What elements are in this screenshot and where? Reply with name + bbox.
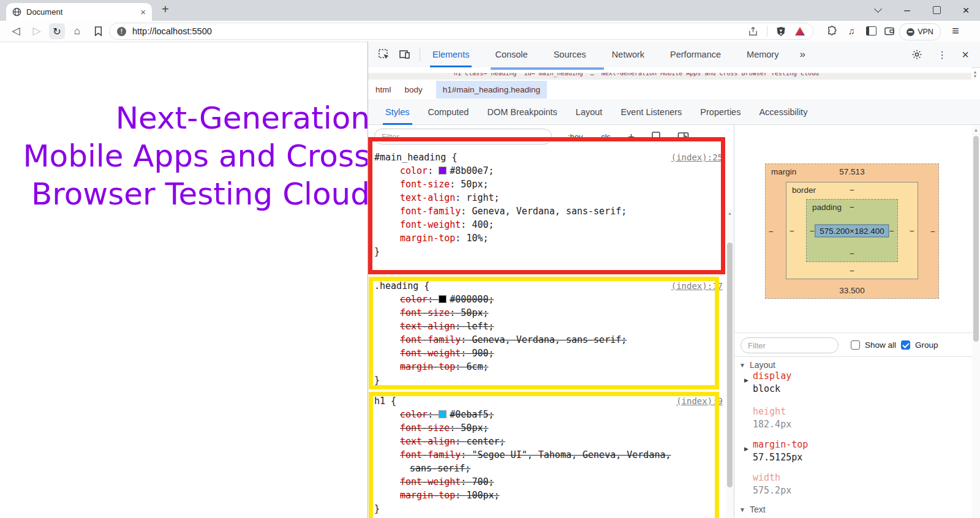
css-declaration[interactable]: font-size50px xyxy=(374,178,724,191)
tab-search-button[interactable] xyxy=(864,0,892,20)
new-tab-button[interactable]: + xyxy=(162,2,169,17)
url-text[interactable]: http://localhost:5500 xyxy=(132,26,212,36)
css-declaration-overridden[interactable]: font-size50px xyxy=(374,421,724,435)
margin-top-value[interactable]: 57.513 xyxy=(766,167,938,176)
tab-performance[interactable]: Performance xyxy=(670,42,721,67)
share-icon[interactable] xyxy=(748,26,758,37)
css-declaration[interactable]: font-weight400 xyxy=(374,218,724,231)
toggle-rendering-icon[interactable] xyxy=(650,131,662,142)
css-declaration-overridden[interactable]: text-alignleft xyxy=(374,320,724,333)
css-declaration-overridden[interactable]: font-weight900 xyxy=(374,347,724,360)
subtab-layout[interactable]: Layout xyxy=(576,99,603,125)
padding-bottom-value[interactable]: − xyxy=(807,249,897,258)
computed-filter-input[interactable] xyxy=(741,337,839,353)
color-swatch[interactable] xyxy=(439,295,447,303)
computed-property-width[interactable]: width 575.2px xyxy=(753,471,791,497)
css-declaration[interactable]: color#8b00e7 xyxy=(374,164,724,178)
color-swatch[interactable] xyxy=(439,410,447,418)
brave-rewards-icon[interactable] xyxy=(794,26,805,36)
side-panel-icon[interactable] xyxy=(864,21,878,41)
checkbox-unchecked-icon[interactable] xyxy=(851,340,860,350)
css-declaration-overridden[interactable]: margin-top100px xyxy=(374,489,724,502)
styles-scrollbar[interactable]: ▲ xyxy=(726,208,734,518)
stylesheet-source-link[interactable]: (index):25 xyxy=(671,151,724,164)
window-close-button[interactable]: × xyxy=(952,0,980,20)
scroll-down-icon[interactable]: ▼ xyxy=(971,74,979,78)
css-declaration-overridden[interactable]: font-weight700 xyxy=(374,475,724,489)
padding-left-value[interactable]: − xyxy=(810,226,815,235)
computed-property-margin-top[interactable]: margin-top 57.5125px xyxy=(753,438,808,464)
css-declaration[interactable]: text-alignright xyxy=(374,191,724,205)
margin-right-value[interactable]: − xyxy=(930,227,935,236)
scrollbar-thumb[interactable] xyxy=(973,136,979,342)
scroll-up-icon[interactable]: ▲ xyxy=(972,127,980,133)
padding-top-value[interactable]: − xyxy=(807,203,897,212)
css-declaration-continuation[interactable]: sans-serif xyxy=(374,462,724,475)
breadcrumb-body[interactable]: body xyxy=(405,85,423,94)
scrollbar-thumb[interactable] xyxy=(727,242,733,487)
collapse-triangle-icon[interactable]: ▼ xyxy=(739,506,745,513)
devtools-close-icon[interactable]: × xyxy=(962,48,969,62)
home-button[interactable]: ⌂ xyxy=(70,21,85,41)
padding-right-value[interactable]: − xyxy=(889,226,894,235)
css-declaration[interactable]: font-familyGeneva, Verdana, sans-serif xyxy=(374,205,724,218)
subtab-computed[interactable]: Computed xyxy=(428,99,469,125)
styles-filter-input[interactable] xyxy=(374,129,552,145)
border-top-value[interactable]: − xyxy=(786,186,918,195)
back-button[interactable]: ◁ xyxy=(9,21,23,41)
extensions-icon[interactable] xyxy=(824,21,839,41)
device-toolbar-icon[interactable] xyxy=(399,49,411,60)
show-all-checkbox[interactable]: Show all xyxy=(851,340,896,350)
brave-shield-icon[interactable] xyxy=(776,26,786,37)
new-style-rule-button[interactable]: + xyxy=(628,130,635,144)
group-checkbox[interactable]: Group xyxy=(901,340,938,350)
tab-network[interactable]: Network xyxy=(612,42,644,67)
maximize-button[interactable] xyxy=(922,0,951,20)
css-declaration-overridden[interactable]: font-family"Segoe UI", Tahoma, Geneva, V… xyxy=(374,448,724,462)
css-declaration-overridden[interactable]: font-size50px xyxy=(374,306,724,320)
subtab-event-listeners[interactable]: Event Listeners xyxy=(620,99,682,125)
css-rule-main-heading[interactable]: #main_heading { (index):25 color#8b00e7 … xyxy=(374,151,724,258)
layout-section-header[interactable]: ▼ Layout xyxy=(739,360,775,370)
tab-sources[interactable]: Sources xyxy=(554,42,586,67)
settings-gear-icon[interactable] xyxy=(911,49,922,60)
checkbox-checked-icon[interactable] xyxy=(901,340,910,350)
css-rule-h1[interactable]: h1 { (index):9 color#0ebaf5 font-size50p… xyxy=(374,394,724,516)
css-declaration[interactable]: margin-top10% xyxy=(374,231,724,245)
border-bottom-value[interactable]: − xyxy=(786,266,918,276)
box-model-margin[interactable]: margin 57.513 33.500 − − border − − − − … xyxy=(765,163,939,299)
minimize-button[interactable]: – xyxy=(893,0,921,20)
music-note-icon[interactable]: ♫ xyxy=(844,21,859,41)
vpn-button[interactable]: VPN xyxy=(899,23,941,40)
border-left-value[interactable]: − xyxy=(790,226,794,235)
bookmark-icon[interactable] xyxy=(91,21,105,41)
breadcrumb-html[interactable]: html xyxy=(375,85,391,94)
css-declaration-overridden[interactable]: font-familyGeneva, Verdana, sans-serif xyxy=(374,333,724,347)
color-swatch[interactable] xyxy=(439,167,447,175)
subtab-properties[interactable]: Properties xyxy=(700,99,741,125)
css-rule-heading-class[interactable]: .heading { (index):17 color#000000 font-… xyxy=(374,279,724,387)
stylesheet-source-link[interactable]: (index):17 xyxy=(671,279,724,293)
menu-button[interactable]: ≡ xyxy=(947,21,964,41)
pseudo-state-toggle[interactable]: :hov xyxy=(568,132,583,141)
dom-tree-clipped[interactable]: h1 class="heading" id="main_heading" … "… xyxy=(368,67,971,80)
border-right-value[interactable]: − xyxy=(910,226,914,235)
margin-bottom-value[interactable]: 33.500 xyxy=(766,286,938,295)
forward-button[interactable]: ▷ xyxy=(29,21,44,41)
class-toggle[interactable]: .cls xyxy=(599,132,611,141)
inspect-element-icon[interactable] xyxy=(378,48,390,61)
tab-elements[interactable]: Elements xyxy=(432,42,469,67)
tab-memory[interactable]: Memory xyxy=(747,42,778,67)
computed-styles-panel-icon[interactable] xyxy=(677,132,689,142)
dom-tree-row[interactable]: h1 class="heading" id="main_heading" … "… xyxy=(368,73,971,80)
expand-triangle-icon[interactable]: ▶ xyxy=(744,446,748,452)
computed-property-height[interactable]: height 182.4px xyxy=(753,405,791,431)
scroll-up-icon[interactable]: ▲ xyxy=(726,211,734,216)
site-info-icon[interactable]: ! xyxy=(117,27,126,36)
subtab-dom-breakpoints[interactable]: DOM Breakpoints xyxy=(487,99,557,125)
stylesheet-source-link[interactable]: (index):9 xyxy=(676,394,724,408)
box-model-content-size[interactable]: 575.200×182.400 xyxy=(815,224,889,237)
browser-tab[interactable]: Document × xyxy=(6,3,152,21)
address-bar[interactable]: ! http://localhost:5500 xyxy=(109,23,813,40)
margin-left-value[interactable]: − xyxy=(769,227,774,236)
